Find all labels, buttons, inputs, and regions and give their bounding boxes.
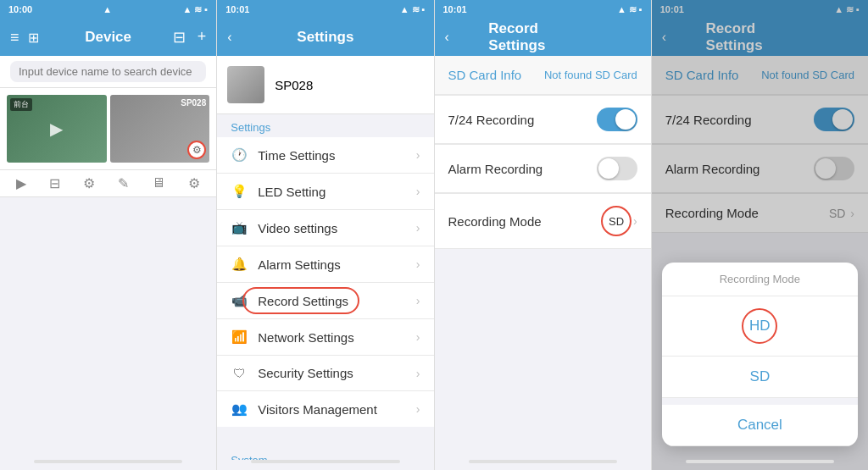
signal-icon-2: ▲ <box>400 4 409 14</box>
signal-icon: ▲ <box>182 4 192 14</box>
time-1: 10:00 <box>8 4 32 14</box>
action-monitor-icon[interactable]: 🖥 <box>152 175 165 191</box>
battery-icon-2: ▪ <box>422 4 426 14</box>
settings-item-network[interactable]: 📶 Network Settings › <box>217 319 433 356</box>
battery-icon: ▪ <box>204 4 208 14</box>
network-icon: 📶 <box>231 329 248 345</box>
action-grid-icon[interactable]: ⊟ <box>49 175 60 191</box>
device-actions: ▶ ⊟ ⚙ ✎ 🖥 ⚙ <box>0 170 216 197</box>
wifi-icon-3: ≋ <box>629 4 637 15</box>
device-name: SP028 <box>275 78 313 92</box>
action-sheet-cancel[interactable]: Cancel <box>662 405 858 446</box>
sd-card-label: SD Card Info <box>448 68 544 82</box>
settings-list: 🕐 Time Settings › 💡 LED Setting › 📺 Vide… <box>217 137 433 427</box>
recording-mode-value-group: SD › <box>601 206 637 236</box>
sd-circle-text: SD <box>609 215 624 228</box>
device-icon <box>227 66 264 103</box>
device-header: SP028 <box>217 56 433 114</box>
nav-title-2: Settings <box>297 29 353 46</box>
security-icon: 🛡 <box>231 366 248 380</box>
signal-icon-3: ▲ <box>617 4 626 14</box>
led-icon: 💡 <box>231 184 248 199</box>
settings-item-time[interactable]: 🕐 Time Settings › <box>217 137 433 174</box>
nav-bar-2: ‹ Settings <box>217 19 433 56</box>
action-sheet-hd[interactable]: HD <box>662 296 858 357</box>
led-label: LED Setting <box>258 185 416 199</box>
status-bar-1: 10:00 ▲ ▲ ≋ ▪ <box>0 0 216 19</box>
settings-item-alarm[interactable]: 🔔 Alarm Settings › <box>217 246 433 283</box>
wifi-icon-2: ≋ <box>412 4 420 15</box>
settings-scroll: SP028 Settings 🕐 Time Settings › 💡 LED S… <box>217 56 433 460</box>
nav-bar-1: ≡ ⊞ Device ⊟ + <box>0 19 216 56</box>
nav-bar-3: ‹ Record Settings <box>435 19 651 56</box>
device-thumb-cam2[interactable]: SP028 ⚙ <box>110 95 210 163</box>
record-label: Record Settings <box>258 294 416 308</box>
settings-item-video[interactable]: 📺 Video settings › <box>217 210 433 246</box>
recording-mode-chevron: › <box>633 214 637 228</box>
action-sheet-sd[interactable]: SD <box>662 357 858 398</box>
device-grid: 前台 ▶ SP028 ⚙ <box>0 88 216 170</box>
search-input[interactable] <box>10 61 206 82</box>
system-section-header: System <box>217 447 433 460</box>
device-empty <box>0 197 216 460</box>
hd-circle-indicator: HD <box>742 308 777 344</box>
visitors-icon: 👥 <box>231 401 248 417</box>
home-indicator-1 <box>34 460 182 463</box>
add-device-icon[interactable]: + <box>198 28 207 47</box>
settings-item-record[interactable]: 📹 Record Settings › <box>217 283 433 319</box>
grid-icon[interactable]: ⊞ <box>28 30 39 46</box>
time-label: Time Settings <box>258 148 416 163</box>
alarm-chevron: › <box>416 257 420 271</box>
nav-title-3: Record Settings <box>488 20 597 54</box>
home-indicator-2 <box>251 460 399 463</box>
divider-section <box>217 427 433 447</box>
back-button-3[interactable]: ‹ <box>445 30 449 45</box>
device-thumb-cam1[interactable]: 前台 ▶ <box>7 95 107 163</box>
wifi-icon: ≋ <box>194 4 202 15</box>
alarm-label: Alarm Settings <box>258 257 416 272</box>
battery-icon-3: ▪ <box>639 4 643 14</box>
alarm-recording-toggle[interactable] <box>597 157 637 180</box>
action-settings-icon[interactable]: ⚙ <box>83 175 95 191</box>
action-edit-icon[interactable]: ✎ <box>118 175 129 191</box>
action-play-icon[interactable]: ▶ <box>16 175 26 191</box>
recording-mode-label: Recording Mode <box>448 214 602 229</box>
network-chevron: › <box>416 330 420 344</box>
alarm-recording-label: Alarm Recording <box>448 162 597 176</box>
nav-icons-1: ⊟ + <box>173 28 207 47</box>
led-chevron: › <box>416 185 420 198</box>
recording-247-knob <box>615 109 636 130</box>
location-icon: ▲ <box>103 4 112 14</box>
settings-item-security[interactable]: 🛡 Security Settings › <box>217 356 433 391</box>
cam2-name: SP028 <box>114 98 207 142</box>
back-button-2[interactable]: ‹ <box>227 30 231 45</box>
security-chevron: › <box>416 367 420 380</box>
sd-card-value: Not found SD Card <box>544 69 637 81</box>
recording-mode-row[interactable]: Recording Mode SD › <box>435 194 651 249</box>
search-bar <box>0 56 216 88</box>
security-label: Security Settings <box>258 366 416 380</box>
record-chevron: › <box>416 294 420 307</box>
settings-item-visitors[interactable]: 👥 Visitors Management › <box>217 391 433 427</box>
record-settings-content: SD Card Info Not found SD Card 7/24 Reco… <box>435 56 651 460</box>
time-chevron: › <box>416 148 420 162</box>
status-bar-3: 10:01 ▲ ≋ ▪ <box>435 0 651 19</box>
action-sheet-title: Recording Mode <box>662 263 858 296</box>
nav-title-1: Device <box>85 29 131 46</box>
alarm-icon: 🔔 <box>231 257 248 272</box>
record-settings-panel: 10:01 ▲ ≋ ▪ ‹ Record Settings SD Card In… <box>435 0 652 470</box>
video-label: Video settings <box>258 221 416 235</box>
menu-icon[interactable]: ≡ <box>10 29 19 47</box>
cam1-label: 前台 <box>10 98 32 111</box>
visitors-chevron: › <box>416 402 420 416</box>
alarm-recording-knob <box>598 158 619 179</box>
cancel-label: Cancel <box>737 417 782 433</box>
recording-247-toggle[interactable] <box>597 108 637 131</box>
sd-option-label: SD <box>750 368 771 384</box>
action-gear2-icon[interactable]: ⚙ <box>188 175 200 191</box>
recording-247-row: 7/24 Recording <box>435 96 651 144</box>
settings-gear-icon[interactable]: ⚙ <box>187 141 206 159</box>
layout-icon[interactable]: ⊟ <box>173 28 186 47</box>
settings-item-led[interactable]: 💡 LED Setting › <box>217 174 433 210</box>
status-icons-2: ▲ ≋ ▪ <box>400 4 426 15</box>
